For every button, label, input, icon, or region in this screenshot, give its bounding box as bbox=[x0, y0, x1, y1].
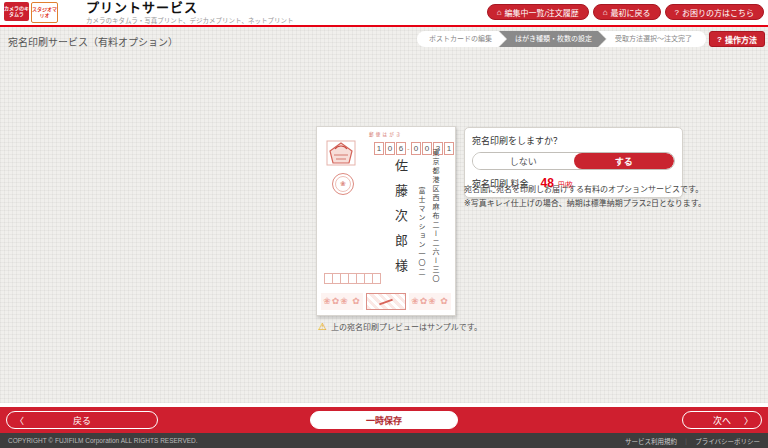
question-icon: ? bbox=[675, 8, 679, 17]
app-subtitle: カメラのキタムラ・写真プリント、デジカメプリント、ネットプリント bbox=[86, 15, 293, 25]
back-button[interactable]: 〈 戻る bbox=[6, 411, 158, 429]
option-no-button[interactable]: しない bbox=[473, 153, 574, 169]
page-title: 宛名印刷サービス（有料オプション） bbox=[8, 34, 178, 49]
footer: COPYRIGHT © FUJIFILM Corporation ALL RIG… bbox=[0, 433, 768, 448]
brand-logos: カメラのキタムラ スタジオマリオ bbox=[4, 2, 58, 23]
copyright-text: COPYRIGHT © FUJIFILM Corporation ALL RIG… bbox=[8, 437, 198, 444]
chevron-left-icon: 〈 bbox=[15, 414, 24, 427]
recipient-address-line2: 富士マンション一〇二 bbox=[416, 187, 426, 277]
postal-digit: 0 bbox=[411, 142, 421, 155]
studio-mario-logo[interactable]: スタジオマリオ bbox=[31, 2, 58, 23]
privacy-policy-link[interactable]: プライバシーポリシー bbox=[695, 438, 760, 445]
postal-hyphen: - bbox=[407, 145, 410, 152]
postmark-icon: ❀ bbox=[332, 173, 354, 195]
back-to-start-label: 最初に戻る bbox=[611, 7, 651, 18]
recipient-address-line1: 東京都港区西麻布二ー二六ー三〇 bbox=[430, 149, 440, 284]
home-icon: ⌂ bbox=[603, 8, 608, 17]
postal-digit: 6 bbox=[396, 142, 406, 155]
how-to-operate-label: 操作方法 bbox=[725, 34, 757, 45]
footer-links: サービス利用規約 ｜ プライバシーポリシー bbox=[625, 436, 760, 446]
kitamura-logo[interactable]: カメラのキタムラ bbox=[4, 2, 29, 21]
option-yes-button-selected[interactable]: する bbox=[574, 153, 675, 169]
action-bar: 〈 戻る 一時保存 次へ 〉 bbox=[0, 407, 768, 433]
next-label: 次へ bbox=[713, 414, 731, 427]
postmark-flower-icon: ❀ bbox=[335, 176, 351, 192]
postal-code-boxes: 1 0 6 - 0 0 3 1 bbox=[374, 142, 454, 155]
step-type-quantity-active: はがき種類・枚数の設定 bbox=[499, 31, 606, 47]
question-icon: ? bbox=[717, 35, 722, 44]
sample-preview-note: ⚠ 上の宛名印刷プレビューはサンプルです。 bbox=[318, 321, 482, 332]
postal-digit: 0 bbox=[385, 142, 395, 155]
decorative-border: ❀✿❀ ✿ ❀✿❀ ✿ bbox=[321, 293, 451, 310]
step-delivery-order-complete: 受取方法選択～注文完了 bbox=[599, 31, 706, 47]
main-content: 宛名印刷サービス（有料オプション） ポストカードの編集 はがき種類・枚数の設定 … bbox=[0, 27, 768, 403]
postal-digit: 1 bbox=[374, 142, 384, 155]
flower-pattern-right: ❀✿❀ ✿ bbox=[409, 293, 451, 310]
sender-postal-code-boxes bbox=[324, 273, 381, 284]
next-button[interactable]: 次へ 〉 bbox=[682, 411, 762, 429]
warning-icon: ⚠ bbox=[318, 321, 327, 332]
sample-preview-text: 上の宛名印刷プレビューはサンプルです。 bbox=[331, 321, 482, 332]
address-print-toggle: しない する bbox=[472, 152, 675, 170]
help-link-button[interactable]: ? お困りの方はこちら bbox=[665, 4, 764, 20]
address-print-question: 宛名印刷をしますか？ bbox=[472, 134, 675, 147]
temporary-save-button[interactable]: 一時保存 bbox=[310, 411, 458, 429]
title-block: プリントサービス カメラのキタムラ・写真プリント、デジカメプリント、ネットプリン… bbox=[86, 1, 293, 25]
how-to-operate-button[interactable]: ? 操作方法 bbox=[709, 31, 765, 47]
description-line1: 宛名面に宛名を印刷しお届けする有料のオプションサービスです。 bbox=[464, 184, 716, 196]
app-header: カメラのキタムラ スタジオマリオ プリントサービス カメラのキタムラ・写真プリン… bbox=[0, 0, 768, 27]
breadcrumb: ポストカードの編集 はがき種類・枚数の設定 受取方法選択～注文完了 bbox=[417, 31, 706, 47]
decorative-center-motif bbox=[366, 293, 406, 310]
description-line2: ※写真キレイ仕上げの場合、納期は標準納期プラス2日となります。 bbox=[464, 198, 716, 210]
postcard-preview: 郵便はがき 1 0 6 - 0 0 3 1 ❀ bbox=[316, 126, 456, 316]
link-separator: ｜ bbox=[683, 438, 690, 445]
service-description: 宛名面に宛名を印刷しお届けする有料のオプションサービスです。 ※写真キレイ仕上げ… bbox=[464, 184, 716, 211]
editing-list-order-history-button[interactable]: ⌂ 編集中一覧/注文履歴 bbox=[487, 4, 589, 20]
terms-of-service-link[interactable]: サービス利用規約 bbox=[625, 438, 677, 445]
stamp-illustration bbox=[325, 137, 357, 173]
home-icon: ⌂ bbox=[497, 8, 502, 17]
app-window: カメラのキタムラ スタジオマリオ プリントサービス カメラのキタムラ・写真プリン… bbox=[0, 0, 768, 448]
back-to-start-button[interactable]: ⌂ 最初に戻る bbox=[593, 4, 661, 20]
back-label: 戻る bbox=[73, 414, 91, 427]
help-link-label: お困りの方はこちら bbox=[682, 7, 754, 18]
editing-list-label: 編集中一覧/注文履歴 bbox=[504, 7, 578, 18]
step-postcard-edit: ポストカードの編集 bbox=[417, 31, 506, 47]
postal-digit: 1 bbox=[444, 142, 454, 155]
recipient-name: 佐藤次郎様 bbox=[391, 159, 410, 284]
app-title: プリントサービス bbox=[86, 1, 293, 14]
chevron-right-icon: 〉 bbox=[744, 414, 753, 427]
flower-pattern-left: ❀✿❀ ✿ bbox=[321, 293, 363, 310]
header-buttons: ⌂ 編集中一覧/注文履歴 ⌂ 最初に戻る ? お困りの方はこちら bbox=[487, 4, 764, 20]
